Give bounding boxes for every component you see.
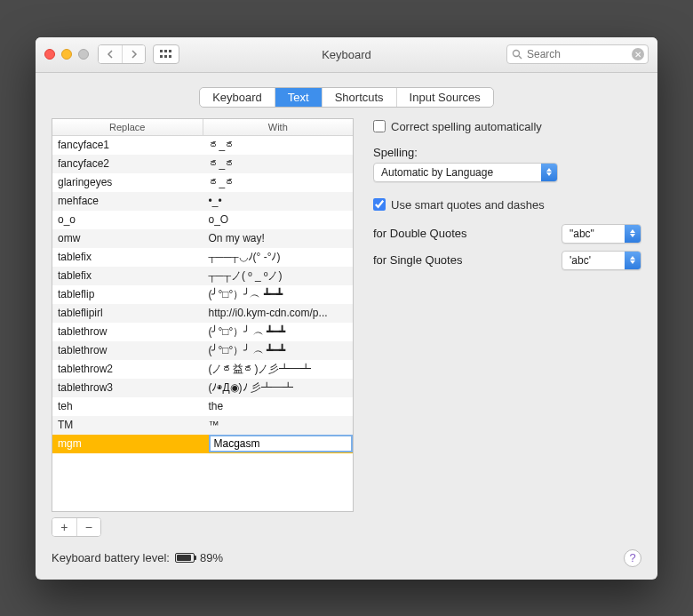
table-row[interactable]: tablethrow(╯°□°）╯ ︵ ┻━┻: [52, 341, 353, 360]
svg-rect-3: [160, 55, 163, 58]
cell-with[interactable]: http://i0.kym-cdn.com/p...: [203, 307, 354, 319]
table-row[interactable]: omwOn my way!: [52, 229, 353, 248]
minus-icon: −: [85, 520, 92, 534]
cell-with[interactable]: ಠ_ಠ: [203, 176, 354, 188]
tab-keyboard[interactable]: Keyboard: [200, 88, 275, 107]
search-input[interactable]: [527, 48, 628, 60]
table-row[interactable]: fancyface1ಠ_ಠ: [52, 136, 353, 155]
cell-replace[interactable]: tablefix: [52, 251, 203, 263]
help-button[interactable]: ?: [624, 549, 641, 567]
with-edit-input[interactable]: [209, 435, 354, 452]
options-panel: Correct spelling automatically Spelling:…: [373, 118, 641, 537]
cell-replace[interactable]: glaringeyes: [52, 176, 203, 188]
add-button[interactable]: +: [52, 518, 76, 536]
table-row[interactable]: o_oo_O: [52, 211, 353, 229]
cell-replace[interactable]: TM: [52, 419, 203, 431]
footer: Keyboard battery level: 89% ?: [36, 542, 657, 580]
correct-spelling-checkbox[interactable]: [373, 120, 386, 132]
replacements-table[interactable]: Replace With fancyface1ಠ_ಠfancyface2ಠ_ಠg…: [52, 118, 354, 512]
table-row[interactable]: tablefix┬─┬ノ( º _ ºノ): [52, 267, 353, 285]
table-row[interactable]: tablethrow(╯°□°）╯ ︵ ┻━┻: [52, 323, 353, 341]
clear-search-icon[interactable]: ✕: [632, 48, 644, 60]
cell-replace[interactable]: tablethrow3: [52, 381, 203, 394]
cell-with-editing[interactable]: [209, 435, 354, 452]
cell-replace[interactable]: fancyface1: [52, 139, 203, 151]
cell-with[interactable]: (╯°□°）╯ ︵ ┻━┻: [203, 343, 354, 358]
cell-replace[interactable]: fancyface2: [52, 157, 203, 170]
table-row[interactable]: tablethrow3(ﾉ◉Д◉)ﾉ 彡┻━┻: [52, 379, 353, 397]
battery-percent: 89%: [200, 551, 223, 564]
cell-replace[interactable]: o_o: [52, 213, 203, 226]
cell-with[interactable]: (ﾉ◉Д◉)ﾉ 彡┻━┻: [203, 380, 354, 396]
cell-with[interactable]: ™: [203, 419, 354, 431]
cell-replace[interactable]: teh: [52, 400, 203, 412]
close-window-button[interactable]: [44, 49, 55, 60]
cell-with[interactable]: (ノಠ益ಠ)ノ彡┻━┻: [203, 362, 354, 377]
cell-with[interactable]: (╯°□°）╯ ︵ ┻━┻: [203, 324, 354, 340]
tab-text[interactable]: Text: [275, 88, 323, 107]
cell-with[interactable]: ┬──┬◡ﾉ(° -°ﾉ): [203, 251, 354, 263]
cell-with[interactable]: ಠ_ಠ: [203, 139, 354, 151]
cell-replace[interactable]: tablethrow: [52, 325, 203, 338]
minimize-window-button[interactable]: [61, 49, 72, 60]
chevron-right-icon: [131, 50, 138, 59]
table-row[interactable]: tehthe: [52, 397, 353, 416]
tab-bar: Keyboard Text Shortcuts Input Sources: [52, 87, 641, 108]
cell-replace[interactable]: tableflip: [52, 288, 203, 300]
correct-spelling-label: Correct spelling automatically: [391, 120, 542, 133]
show-all-button[interactable]: [153, 44, 179, 64]
table-row[interactable]: tablefix┬──┬◡ﾉ(° -°ﾉ): [52, 248, 353, 267]
cell-replace[interactable]: omw: [52, 232, 203, 244]
cell-replace[interactable]: tablethrow2: [52, 363, 203, 375]
table-row[interactable]: tableflip(╯°□°）╯︵ ┻━┻: [52, 285, 353, 304]
traffic-lights: [44, 49, 89, 60]
zoom-window-button[interactable]: [78, 49, 89, 60]
svg-rect-1: [164, 50, 167, 52]
table-row[interactable]: tablethrow2(ノಠ益ಠ)ノ彡┻━┻: [52, 360, 353, 379]
help-icon: ?: [629, 551, 635, 564]
spelling-select[interactable]: Automatic by Language: [373, 163, 558, 182]
col-with[interactable]: With: [203, 119, 354, 135]
double-quotes-select[interactable]: "abc": [562, 224, 641, 244]
content-area: Keyboard Text Shortcuts Input Sources Re…: [36, 73, 657, 542]
smart-quotes-checkbox[interactable]: [373, 198, 386, 211]
cell-with[interactable]: On my way!: [203, 232, 354, 244]
table-row[interactable]: glaringeyesಠ_ಠ: [52, 173, 353, 192]
tab-shortcuts[interactable]: Shortcuts: [323, 88, 397, 107]
single-quotes-select[interactable]: 'abc': [562, 251, 641, 270]
add-remove-segment: + −: [52, 517, 101, 537]
cell-replace[interactable]: tablethrow: [52, 344, 203, 356]
grid-icon: [160, 50, 172, 59]
table-row[interactable]: fancyface2ಠ_ಠ: [52, 155, 353, 173]
cell-with[interactable]: •_•: [203, 195, 354, 207]
battery-icon: [175, 553, 195, 563]
col-replace[interactable]: Replace: [52, 119, 203, 135]
svg-rect-5: [169, 55, 171, 58]
correct-spelling-row[interactable]: Correct spelling automatically: [373, 120, 641, 133]
cell-with[interactable]: the: [203, 400, 354, 412]
cell-with[interactable]: ಠ_ಠ: [203, 157, 354, 170]
double-quotes-value: "abc": [570, 228, 594, 240]
table-row[interactable]: TM™: [52, 416, 353, 435]
forward-button[interactable]: [122, 45, 145, 63]
remove-button[interactable]: −: [76, 518, 101, 536]
cell-replace[interactable]: mgm: [52, 437, 209, 450]
cell-replace[interactable]: tablefix: [52, 269, 203, 282]
table-header: Replace With: [52, 119, 353, 136]
cell-with[interactable]: (╯°□°）╯︵ ┻━┻: [203, 287, 354, 302]
cell-with[interactable]: ┬─┬ノ( º _ ºノ): [203, 268, 354, 284]
cell-replace[interactable]: tableflipirl: [52, 307, 203, 319]
single-quotes-value: 'abc': [570, 254, 591, 267]
table-row[interactable]: tableflipirlhttp://i0.kym-cdn.com/p...: [52, 304, 353, 323]
smart-quotes-row[interactable]: Use smart quotes and dashes: [373, 198, 641, 212]
svg-point-6: [514, 51, 520, 57]
back-button[interactable]: [99, 45, 122, 63]
table-row[interactable]: mehface•_•: [52, 192, 353, 211]
plus-icon: +: [60, 520, 68, 534]
single-quotes-label: for Single Quotes: [373, 253, 554, 267]
cell-with[interactable]: o_O: [203, 213, 354, 226]
table-row-selected[interactable]: mgm: [52, 435, 353, 453]
cell-replace[interactable]: mehface: [52, 195, 203, 207]
tab-input-sources[interactable]: Input Sources: [397, 88, 493, 107]
svg-rect-2: [169, 50, 171, 52]
